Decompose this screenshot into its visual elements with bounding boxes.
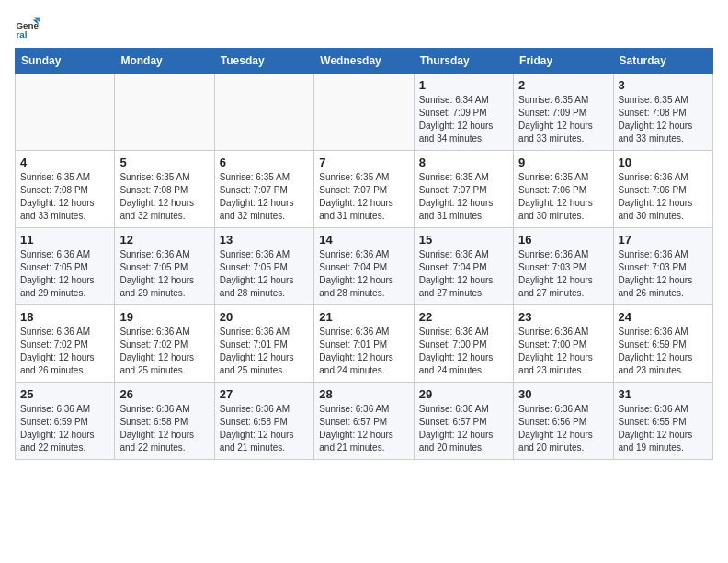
day-number: 27 (220, 387, 309, 401)
calendar-cell: 26Sunrise: 6:36 AM Sunset: 6:58 PM Dayli… (115, 383, 214, 460)
day-number: 24 (619, 310, 708, 324)
calendar-cell: 27Sunrise: 6:36 AM Sunset: 6:58 PM Dayli… (214, 383, 313, 460)
day-number: 21 (319, 310, 408, 324)
day-info: Sunrise: 6:36 AM Sunset: 7:03 PM Dayligh… (619, 248, 708, 300)
calendar-cell: 10Sunrise: 6:36 AM Sunset: 7:06 PM Dayli… (613, 151, 712, 228)
day-info: Sunrise: 6:35 AM Sunset: 7:06 PM Dayligh… (518, 171, 608, 223)
day-info: Sunrise: 6:36 AM Sunset: 6:59 PM Dayligh… (619, 326, 708, 377)
calendar-cell: 30Sunrise: 6:36 AM Sunset: 6:56 PM Dayli… (514, 383, 613, 460)
day-number: 17 (619, 233, 708, 247)
calendar-cell: 24Sunrise: 6:36 AM Sunset: 6:59 PM Dayli… (613, 305, 712, 383)
calendar-cell: 16Sunrise: 6:36 AM Sunset: 7:03 PM Dayli… (514, 228, 613, 305)
calendar-cell: 2Sunrise: 6:35 AM Sunset: 7:09 PM Daylig… (514, 74, 613, 151)
day-number: 20 (220, 310, 309, 324)
calendar-cell: 17Sunrise: 6:36 AM Sunset: 7:03 PM Dayli… (613, 228, 712, 305)
day-number: 16 (518, 233, 608, 247)
calendar-cell: 8Sunrise: 6:35 AM Sunset: 7:07 PM Daylig… (414, 151, 513, 228)
day-number: 10 (619, 155, 708, 169)
calendar-cell (115, 74, 214, 151)
calendar-cell: 31Sunrise: 6:36 AM Sunset: 6:55 PM Dayli… (613, 383, 712, 460)
calendar-week-4: 18Sunrise: 6:36 AM Sunset: 7:02 PM Dayli… (16, 305, 713, 383)
day-number: 12 (119, 233, 209, 247)
weekday-friday: Friday (514, 49, 613, 74)
day-number: 30 (518, 387, 608, 401)
day-info: Sunrise: 6:36 AM Sunset: 7:05 PM Dayligh… (20, 248, 109, 300)
weekday-thursday: Thursday (414, 49, 513, 74)
calendar-cell: 29Sunrise: 6:36 AM Sunset: 6:57 PM Dayli… (414, 383, 513, 460)
weekday-monday: Monday (115, 49, 214, 74)
page-header: Gene ral (15, 15, 713, 40)
calendar-cell: 6Sunrise: 6:35 AM Sunset: 7:07 PM Daylig… (214, 151, 313, 228)
day-number: 18 (20, 310, 109, 324)
day-info: Sunrise: 6:34 AM Sunset: 7:09 PM Dayligh… (419, 94, 508, 145)
svg-text:ral: ral (16, 29, 27, 40)
day-info: Sunrise: 6:36 AM Sunset: 7:04 PM Dayligh… (319, 248, 408, 300)
day-number: 7 (319, 155, 408, 169)
day-number: 5 (119, 155, 209, 169)
calendar-cell: 22Sunrise: 6:36 AM Sunset: 7:00 PM Dayli… (414, 305, 513, 383)
day-number: 25 (20, 387, 109, 401)
day-info: Sunrise: 6:36 AM Sunset: 6:59 PM Dayligh… (20, 403, 109, 454)
day-number: 2 (518, 78, 608, 92)
calendar-cell: 5Sunrise: 6:35 AM Sunset: 7:08 PM Daylig… (115, 151, 214, 228)
calendar-cell (314, 74, 414, 151)
day-number: 8 (419, 155, 508, 169)
day-info: Sunrise: 6:35 AM Sunset: 7:08 PM Dayligh… (619, 94, 708, 145)
logo-icon: Gene ral (15, 15, 40, 40)
day-number: 28 (319, 387, 408, 401)
weekday-sunday: Sunday (16, 49, 115, 74)
day-info: Sunrise: 6:36 AM Sunset: 7:00 PM Dayligh… (419, 326, 508, 377)
calendar-cell (16, 74, 115, 151)
day-info: Sunrise: 6:36 AM Sunset: 6:55 PM Dayligh… (619, 403, 708, 454)
calendar-cell: 20Sunrise: 6:36 AM Sunset: 7:01 PM Dayli… (214, 305, 313, 383)
day-number: 26 (119, 387, 209, 401)
calendar-week-2: 4Sunrise: 6:35 AM Sunset: 7:08 PM Daylig… (16, 151, 713, 228)
day-number: 4 (20, 155, 109, 169)
day-info: Sunrise: 6:35 AM Sunset: 7:07 PM Dayligh… (220, 171, 309, 223)
calendar-week-1: 1Sunrise: 6:34 AM Sunset: 7:09 PM Daylig… (16, 74, 713, 151)
calendar-cell: 28Sunrise: 6:36 AM Sunset: 6:57 PM Dayli… (314, 383, 414, 460)
calendar-cell: 18Sunrise: 6:36 AM Sunset: 7:02 PM Dayli… (16, 305, 115, 383)
day-info: Sunrise: 6:36 AM Sunset: 7:01 PM Dayligh… (319, 326, 408, 377)
weekday-saturday: Saturday (613, 49, 712, 74)
calendar-cell: 15Sunrise: 6:36 AM Sunset: 7:04 PM Dayli… (414, 228, 513, 305)
calendar-cell: 12Sunrise: 6:36 AM Sunset: 7:05 PM Dayli… (115, 228, 214, 305)
day-info: Sunrise: 6:35 AM Sunset: 7:09 PM Dayligh… (518, 94, 608, 145)
calendar-cell: 1Sunrise: 6:34 AM Sunset: 7:09 PM Daylig… (414, 74, 513, 151)
weekday-tuesday: Tuesday (214, 49, 313, 74)
day-info: Sunrise: 6:36 AM Sunset: 6:57 PM Dayligh… (319, 403, 408, 454)
day-info: Sunrise: 6:36 AM Sunset: 7:02 PM Dayligh… (20, 326, 109, 377)
day-number: 15 (419, 233, 508, 247)
day-number: 22 (419, 310, 508, 324)
day-number: 13 (220, 233, 309, 247)
day-info: Sunrise: 6:36 AM Sunset: 6:58 PM Dayligh… (220, 403, 309, 454)
calendar-cell: 11Sunrise: 6:36 AM Sunset: 7:05 PM Dayli… (16, 228, 115, 305)
calendar-cell: 9Sunrise: 6:35 AM Sunset: 7:06 PM Daylig… (514, 151, 613, 228)
calendar-cell (214, 74, 313, 151)
day-info: Sunrise: 6:36 AM Sunset: 7:05 PM Dayligh… (119, 248, 209, 300)
day-number: 3 (619, 78, 708, 92)
day-number: 31 (619, 387, 708, 401)
day-info: Sunrise: 6:36 AM Sunset: 7:01 PM Dayligh… (220, 326, 309, 377)
day-info: Sunrise: 6:36 AM Sunset: 6:56 PM Dayligh… (518, 403, 608, 454)
calendar-cell: 3Sunrise: 6:35 AM Sunset: 7:08 PM Daylig… (613, 74, 712, 151)
day-info: Sunrise: 6:35 AM Sunset: 7:08 PM Dayligh… (20, 171, 109, 223)
day-info: Sunrise: 6:36 AM Sunset: 7:05 PM Dayligh… (220, 248, 309, 300)
day-info: Sunrise: 6:35 AM Sunset: 7:07 PM Dayligh… (419, 171, 508, 223)
logo: Gene ral (15, 15, 44, 40)
day-info: Sunrise: 6:35 AM Sunset: 7:07 PM Dayligh… (319, 171, 408, 223)
day-info: Sunrise: 6:36 AM Sunset: 7:00 PM Dayligh… (518, 326, 608, 377)
day-number: 29 (419, 387, 508, 401)
day-number: 9 (518, 155, 608, 169)
weekday-wednesday: Wednesday (314, 49, 414, 74)
day-number: 23 (518, 310, 608, 324)
day-number: 11 (20, 233, 109, 247)
day-info: Sunrise: 6:36 AM Sunset: 6:58 PM Dayligh… (119, 403, 209, 454)
day-number: 1 (419, 78, 508, 92)
calendar-cell: 13Sunrise: 6:36 AM Sunset: 7:05 PM Dayli… (214, 228, 313, 305)
calendar-cell: 23Sunrise: 6:36 AM Sunset: 7:00 PM Dayli… (514, 305, 613, 383)
calendar-cell: 19Sunrise: 6:36 AM Sunset: 7:02 PM Dayli… (115, 305, 214, 383)
day-number: 14 (319, 233, 408, 247)
calendar-week-5: 25Sunrise: 6:36 AM Sunset: 6:59 PM Dayli… (16, 383, 713, 460)
calendar-table: SundayMondayTuesdayWednesdayThursdayFrid… (15, 48, 713, 460)
